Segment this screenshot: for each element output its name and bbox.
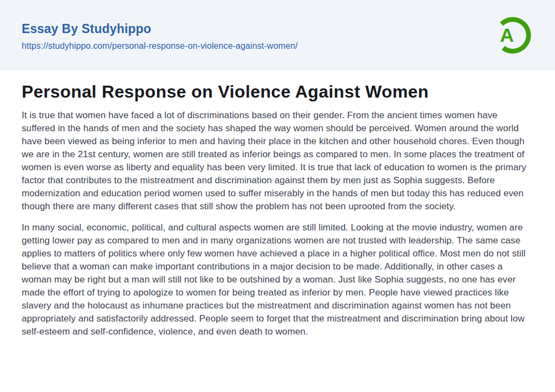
brand-title: Essay By Studyhippo — [22, 22, 298, 36]
brand-block: Essay By Studyhippo https://studyhippo.c… — [22, 20, 298, 51]
page-header: Essay By Studyhippo https://studyhippo.c… — [0, 0, 555, 70]
source-url-link[interactable]: https://studyhippo.com/personal-response… — [22, 41, 298, 51]
essay-paragraph: It is true that women have faced a lot o… — [22, 109, 533, 213]
essay-body: It is true that women have faced a lot o… — [22, 109, 533, 338]
studyhippo-logo-icon: A — [492, 14, 534, 56]
essay-content: Personal Response on Violence Against Wo… — [0, 70, 555, 338]
page-title: Personal Response on Violence Against Wo… — [22, 81, 533, 102]
essay-paragraph: In many social, economic, political, and… — [22, 221, 533, 338]
svg-text:A: A — [500, 24, 514, 46]
